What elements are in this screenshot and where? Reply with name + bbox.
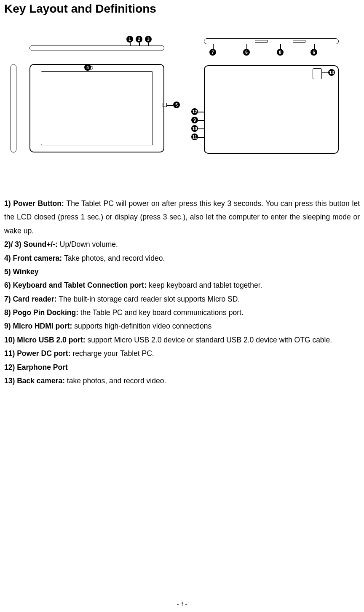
callout-line [198,128,204,129]
tablet-front [29,64,164,152]
callout-1: 1 [126,36,133,43]
definition-label: 11) Power DC port: [4,349,72,358]
definition-text: keep keyboard and tablet together. [149,281,262,289]
callout-6: 6 [243,49,250,56]
tablet-top-edge [29,45,164,51]
winkey-icon [163,103,167,107]
callout-3: 3 [145,36,152,43]
callout-4: 4 [84,64,91,71]
port-mark [293,40,305,43]
callout-line [246,44,247,49]
definition-item: 2)/ 3) Sound+/-: Up/Down volume. [4,238,360,251]
definition-text: supports high-definition video connectio… [74,322,211,330]
callout-line [314,44,315,49]
callout-6b: 6 [310,49,317,56]
definition-label: 9) Micro HDMI port: [4,322,74,330]
definition-text: the Table PC and key board communication… [80,308,244,317]
definition-label: 7) Card reader: [4,295,59,303]
callout-line [198,112,204,112]
definition-item: 10) Micro USB 2.0 port: support Micro US… [4,333,360,347]
page-number: - 3 - [177,601,187,608]
definitions-list: 1) Power Button: The Tablet PC will powe… [4,197,360,388]
diagram-container: 1 2 3 4 5 7 6 8 6 13 12 9 10 11 [4,41,360,159]
definition-text: Take photos, and record video. [64,254,165,262]
definition-label: 13) Back camera: [4,377,67,385]
definition-label: 6) Keyboard and Tablet Connection port: [4,281,149,289]
definition-text: support Micro USB 2.0 device or standard… [87,336,332,344]
definition-item: 9) Micro HDMI port: supports high-defini… [4,319,360,333]
callout-7: 7 [209,49,216,56]
page-title: Key Layout and Definitions [4,0,360,16]
definition-label: 2)/ 3) Sound+/-: [4,240,60,249]
tablet-side-edge [11,64,16,152]
callout-line [198,120,204,121]
diagram-front-view: 1 2 3 4 5 [11,41,171,159]
definition-item: 6) Keyboard and Tablet Connection port: … [4,278,360,292]
callout-8: 8 [277,49,284,56]
port-mark [255,40,268,43]
callout-5: 5 [173,102,180,108]
callout-11: 11 [191,134,198,140]
callout-line [213,44,214,49]
definition-item: 7) Card reader: The built-in storage car… [4,292,360,306]
callout-10: 10 [191,125,198,132]
tablet-screen [41,71,153,145]
callout-line [130,43,131,46]
callout-line [198,137,204,138]
definition-item: 4) Front camera: Take photos, and record… [4,251,360,265]
definition-text: The built-in storage card reader slot su… [59,295,240,303]
diagram-back-view: 7 6 8 6 13 12 9 10 11 [193,41,353,159]
definition-item: 12) Earphone Port [4,361,360,374]
definition-item: 8) Pogo Pin Docking: the Table PC and ke… [4,306,360,319]
callout-12: 12 [191,108,198,115]
callout-line [322,72,328,73]
definition-label: 10) Micro USB 2.0 port: [4,336,87,344]
callout-line [167,105,173,106]
definition-label: 8) Pogo Pin Docking: [4,308,80,317]
definition-label: 1) Power Button: [4,199,67,208]
definition-text: Up/Down volume. [60,240,118,249]
definition-label: 12) Earphone Port [4,363,68,371]
callout-13: 13 [328,69,335,76]
callout-line [280,44,281,49]
definition-item: 11) Power DC port: recharge your Tablet … [4,347,360,360]
definition-label: 5) Winkey [4,267,39,276]
callout-2: 2 [136,36,142,43]
definition-item: 1) Power Button: The Tablet PC will powe… [4,197,360,238]
definition-item: 13) Back camera: take photos, and record… [4,374,360,388]
definition-text: recharge your Tablet PC. [72,349,154,358]
callout-line [148,43,149,46]
callout-line [139,43,140,46]
callout-9: 9 [191,117,198,123]
definition-label: 4) Front camera: [4,254,64,262]
definition-text: take photos, and record video. [67,377,166,385]
back-camera-icon [313,68,322,79]
definition-item: 5) Winkey [4,265,360,278]
tablet-top-edge-right [204,38,339,44]
